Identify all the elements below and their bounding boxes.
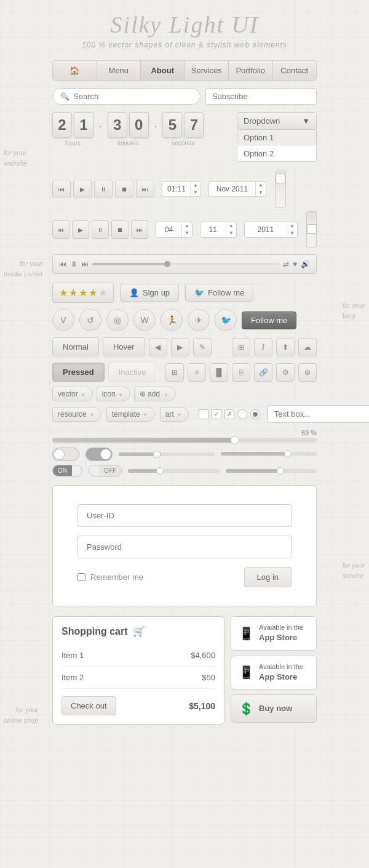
slider-h-3[interactable] — [128, 469, 220, 473]
follow-button-2[interactable]: Follow me — [242, 311, 296, 329]
delicious-icon[interactable]: ↺ — [79, 309, 101, 331]
tag-template[interactable]: template — [106, 407, 155, 422]
volume-icon[interactable]: 🔊 — [301, 260, 310, 268]
nav-home[interactable]: 🏠 — [53, 61, 97, 80]
toggle-1[interactable] — [52, 448, 79, 461]
settings-icon-btn[interactable]: ⚙ — [276, 363, 295, 382]
dropdown-option-1[interactable]: Option 1 — [237, 130, 316, 146]
stop-btn-1[interactable]: ⏹ — [115, 180, 133, 198]
progress-thumb[interactable] — [231, 436, 239, 444]
vertical-slider-2[interactable] — [306, 211, 317, 248]
star-rating[interactable]: ★ ★ ★ ★ ★ — [52, 283, 114, 303]
slider-thumb-1[interactable] — [276, 174, 285, 183]
tag-vector[interactable]: vector — [52, 387, 93, 401]
next-icon-btn[interactable]: ▶ — [171, 338, 189, 356]
nav-contact[interactable]: Contact — [273, 61, 317, 80]
onoff-switch-2[interactable]: OFF — [89, 465, 122, 476]
userid-input[interactable] — [77, 504, 292, 527]
vertical-slider-1[interactable] — [275, 171, 286, 207]
player-rewind[interactable]: ⏮ — [59, 260, 66, 268]
time-down-1[interactable]: ▼ — [191, 189, 200, 196]
slider-thumb-h-4[interactable] — [277, 467, 284, 475]
signup-button[interactable]: 👤 Sign up — [120, 284, 179, 302]
remember-checkbox[interactable] — [77, 573, 85, 581]
time-input-1[interactable]: 01:11 ▲ ▼ — [162, 181, 201, 197]
radio-empty[interactable] — [237, 409, 247, 419]
adjust-icon-btn[interactable]: ⊜ — [298, 363, 317, 382]
link-icon-btn[interactable]: 🔗 — [254, 363, 272, 382]
text-box[interactable] — [268, 405, 369, 423]
subscribe-box[interactable]: ✓ — [205, 88, 317, 105]
tag-art[interactable]: art — [160, 407, 189, 422]
slider-thumb-2[interactable] — [307, 224, 317, 234]
time-down-3[interactable]: ▼ — [226, 230, 236, 237]
slider-h-4[interactable] — [226, 469, 317, 473]
toggle-2[interactable] — [85, 448, 113, 461]
audio-progress-bar[interactable] — [92, 263, 279, 265]
stop-btn-2[interactable]: ⏹ — [111, 220, 129, 239]
run-icon[interactable]: 🏃 — [161, 309, 183, 331]
slider-thumb-h-1[interactable] — [153, 451, 161, 458]
date-up-1[interactable]: ▲ — [256, 182, 266, 189]
dropdown-button[interactable]: Dropdown ▼ — [237, 112, 317, 130]
dribbble-icon[interactable]: ◎ — [106, 309, 129, 331]
search-box[interactable]: 🔍 — [52, 88, 200, 105]
apps-icon-btn[interactable]: ⊞ — [165, 363, 184, 382]
normal-button[interactable]: Normal — [52, 337, 99, 356]
player-pause[interactable]: ⏸ — [70, 260, 77, 268]
tag-resource[interactable]: resource — [52, 407, 101, 422]
share-icon-btn[interactable]: ⤴ — [254, 338, 272, 356]
appstore-btn-2[interactable]: 📱 Avaiable in the App Store — [231, 656, 317, 690]
slider-h-2[interactable] — [221, 452, 317, 456]
time-up-1[interactable]: ▲ — [191, 182, 200, 189]
shuffle-icon[interactable]: ⇄ — [283, 260, 289, 268]
rew-btn-1[interactable]: ⏮ — [52, 180, 71, 198]
player-forward[interactable]: ⏭ — [81, 260, 89, 268]
date-up-2[interactable]: ▲ — [287, 222, 297, 230]
time-down-2[interactable]: ▼ — [182, 230, 192, 237]
nav-portfolio[interactable]: Portfolio — [229, 61, 273, 80]
fwd-btn-2[interactable]: ⏭ — [131, 220, 148, 239]
checkbox-1[interactable] — [199, 409, 208, 419]
search-input[interactable] — [73, 92, 192, 101]
appstore-btn-1[interactable]: 📱 Avaiable in the App Store — [231, 616, 317, 651]
play-btn-1[interactable]: ▶ — [73, 180, 92, 198]
subscribe-input[interactable] — [206, 89, 317, 104]
time-up-2[interactable]: ▲ — [182, 222, 192, 230]
dropdown-option-2[interactable]: Option 2 — [237, 146, 316, 161]
slider-thumb-h-3[interactable] — [156, 467, 164, 475]
tag-add[interactable]: ⊕ add — [134, 387, 176, 401]
time-input-2[interactable]: 04 ▲ ▼ — [156, 222, 192, 238]
date-down-1[interactable]: ▼ — [256, 189, 266, 196]
date-input-1[interactable]: Nov 2011 ▲ ▼ — [208, 181, 266, 197]
buy-now-btn[interactable]: 💲 Buy now — [231, 694, 317, 723]
onoff-switch-1[interactable]: ON — [52, 465, 82, 476]
copy-icon-btn[interactable]: ⎘ — [232, 363, 250, 382]
off-label-2[interactable]: OFF — [99, 465, 121, 476]
nav-services[interactable]: Services — [185, 61, 229, 80]
rew-btn-2[interactable]: ⏮ — [52, 220, 69, 239]
tag-icon[interactable]: icon — [97, 387, 130, 401]
time-input-3[interactable]: 11 ▲ ▼ — [200, 222, 237, 238]
login-button[interactable]: Log in — [244, 567, 292, 587]
date-input-2[interactable]: 2011 ▲ ▼ — [244, 222, 298, 238]
pause-btn-1[interactable]: ⏸ — [94, 180, 113, 198]
wordpress-icon[interactable]: W — [133, 309, 156, 331]
pressed-button[interactable]: Pressed — [52, 363, 105, 382]
on-label[interactable]: ON — [53, 465, 72, 476]
follow-button-1[interactable]: 🐦 Follow me — [185, 284, 253, 302]
upload-icon-btn[interactable]: ⬆ — [276, 338, 295, 356]
hover-button[interactable]: Hover — [103, 337, 145, 356]
password-input[interactable] — [77, 536, 292, 558]
vimeo-icon[interactable]: V — [52, 309, 74, 331]
nav-menu[interactable]: Menu — [97, 61, 141, 80]
heart-icon[interactable]: ♥ — [293, 260, 297, 268]
progress-track[interactable] — [52, 438, 317, 443]
date-down-2[interactable]: ▼ — [287, 230, 297, 237]
list-icon-btn[interactable]: ≡ — [188, 363, 206, 382]
checkbox-x[interactable]: ✗ — [224, 409, 234, 419]
time-up-3[interactable]: ▲ — [226, 222, 236, 230]
edit-icon-btn[interactable]: ✎ — [193, 338, 212, 356]
prev-icon-btn[interactable]: ◀ — [149, 338, 167, 356]
slider-thumb-h-2[interactable] — [284, 450, 292, 457]
